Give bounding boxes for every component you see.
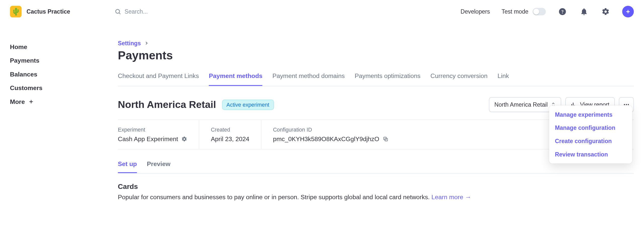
plus-icon	[28, 99, 34, 104]
tab-link[interactable]: Link	[498, 72, 509, 86]
tabs: Checkout and Payment Links Payment metho…	[118, 72, 634, 86]
test-mode-label: Test mode	[502, 8, 529, 15]
meta-experiment-value[interactable]: Cash App Experiment	[118, 135, 187, 142]
tab-checkout-links[interactable]: Checkout and Payment Links	[118, 72, 199, 86]
svg-point-11	[624, 104, 625, 105]
tab-payment-method-domains[interactable]: Payment method domains	[272, 72, 345, 86]
subtab-setup[interactable]: Set up	[118, 160, 137, 173]
sidebar-item-customers[interactable]: Customers	[10, 81, 110, 95]
menu-create-configuration[interactable]: Create configuration	[549, 135, 632, 148]
search-input[interactable]: Search...	[114, 8, 322, 15]
sidebar-item-more[interactable]: More	[10, 95, 110, 108]
menu-manage-experiments[interactable]: Manage experiments	[549, 108, 632, 121]
meta-created-label: Created	[211, 127, 249, 133]
cards-heading: Cards	[118, 183, 634, 191]
config-select-value: North America Retail	[494, 101, 548, 108]
top-right: Developers Test mode	[461, 6, 634, 17]
toggle-switch[interactable]	[533, 8, 546, 15]
developers-link[interactable]: Developers	[461, 8, 490, 15]
brand-logo: 🌵	[10, 6, 22, 17]
svg-point-12	[626, 104, 627, 105]
sidebar-item-label: Customers	[10, 84, 43, 91]
breadcrumb-settings[interactable]: Settings	[118, 40, 141, 46]
sidebar-item-label: Payments	[10, 57, 39, 64]
tab-payment-methods[interactable]: Payment methods	[209, 72, 262, 86]
brand-name: Cactus Practice	[27, 8, 70, 15]
settings-icon[interactable]	[601, 7, 611, 17]
menu-manage-configuration[interactable]: Manage configuration	[549, 121, 632, 135]
page-title: Payments	[118, 49, 634, 62]
sidebar-item-label: More	[10, 98, 25, 105]
subtab-preview[interactable]: Preview	[147, 160, 171, 173]
cards-description: Popular for consumers and businesses to …	[118, 193, 634, 200]
meta-experiment-label: Experiment	[118, 127, 187, 133]
top-bar: 🌵 Cactus Practice Search... Developers T…	[0, 0, 644, 23]
meta-created-value: April 23, 2024	[211, 135, 249, 142]
test-mode-toggle[interactable]: Test mode	[502, 8, 546, 15]
svg-line-1	[119, 13, 120, 14]
sidebar-item-payments[interactable]: Payments	[10, 54, 110, 67]
content-block: Cards Popular for consumers and business…	[118, 183, 634, 200]
meta-config-value: pmc_0KYH3k589O8KAxCGglY9djhzO	[273, 135, 388, 142]
cards-body-text: Popular for consumers and businesses to …	[118, 193, 431, 200]
gear-icon[interactable]	[181, 136, 187, 142]
brand[interactable]: 🌵 Cactus Practice	[10, 6, 110, 17]
tab-currency-conversion[interactable]: Currency conversion	[430, 72, 488, 86]
copy-icon[interactable]	[383, 136, 388, 142]
main-content: Settings Payments Checkout and Payment L…	[110, 23, 644, 246]
chevron-right-icon	[144, 41, 149, 46]
sidebar-item-balances[interactable]: Balances	[10, 67, 110, 81]
search-icon	[114, 8, 121, 15]
learn-more-link[interactable]: Learn more →	[431, 193, 471, 200]
sidebar: Home Payments Balances Customers More	[0, 23, 110, 246]
meta-config-text: pmc_0KYH3k589O8KAxCGglY9djhzO	[273, 135, 379, 142]
notifications-icon[interactable]	[579, 7, 589, 17]
menu-review-transaction[interactable]: Review transaction	[549, 148, 632, 161]
breadcrumb: Settings	[118, 40, 634, 46]
meta-experiment-text: Cash App Experiment	[118, 135, 178, 142]
sidebar-item-label: Home	[10, 43, 27, 50]
sidebar-item-home[interactable]: Home	[10, 40, 110, 53]
svg-point-0	[116, 9, 119, 13]
tab-payments-optimizations[interactable]: Payments optimizations	[355, 72, 420, 86]
help-icon[interactable]	[557, 7, 568, 17]
status-badge: Active experiment	[222, 99, 274, 110]
overflow-menu: Manage experiments Manage configuration …	[549, 105, 632, 163]
meta-config-label: Configuration ID	[273, 127, 388, 133]
svg-point-13	[628, 104, 629, 105]
search-placeholder: Search...	[125, 8, 148, 15]
create-button[interactable]	[622, 6, 634, 17]
sidebar-item-label: Balances	[10, 71, 37, 78]
section-title: North America Retail	[118, 99, 216, 110]
